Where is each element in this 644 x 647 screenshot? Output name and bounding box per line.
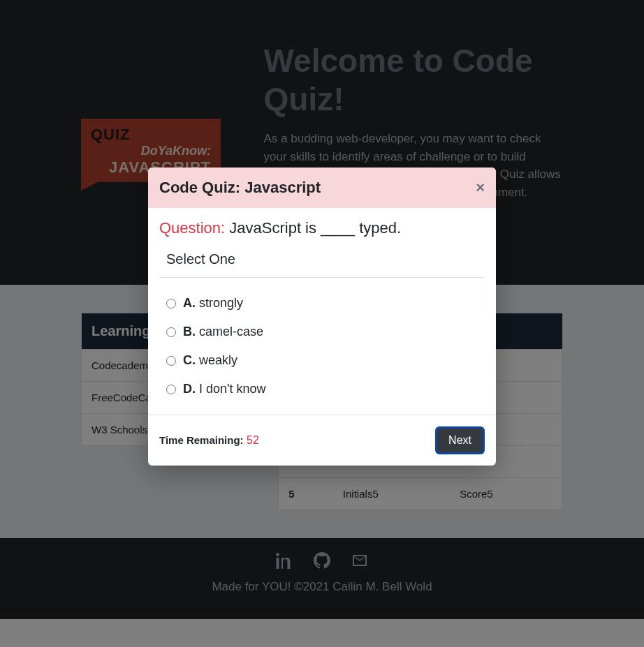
modal-title: Code Quiz: Javascript	[159, 179, 321, 197]
radio-d[interactable]	[166, 385, 176, 394]
next-button[interactable]: Next	[435, 426, 485, 454]
select-one-label: Select One	[159, 251, 485, 273]
question-line: Question: JavaScript is ____ typed.	[159, 219, 485, 237]
option-d[interactable]: D. I don't know	[159, 375, 485, 403]
modal-footer: Time Remaining: 52 Next	[148, 415, 496, 466]
time-value: 52	[247, 434, 259, 446]
radio-c[interactable]	[166, 356, 176, 366]
radio-a[interactable]	[166, 299, 176, 308]
option-text: strongly	[199, 296, 243, 310]
option-text: camel-case	[199, 325, 263, 339]
option-letter: B.	[183, 325, 196, 339]
close-icon[interactable]: ×	[476, 179, 485, 197]
option-letter: C.	[183, 353, 196, 367]
radio-b[interactable]	[166, 327, 176, 337]
option-a[interactable]: A. strongly	[159, 289, 485, 318]
time-remaining: Time Remaining: 52	[159, 434, 259, 447]
question-label: Question:	[159, 219, 225, 237]
option-text: I don't know	[199, 382, 266, 396]
question-text: JavaScript is ____ typed.	[229, 219, 401, 237]
divider	[159, 277, 485, 278]
option-text: weakly	[199, 353, 237, 367]
option-letter: A.	[183, 296, 196, 310]
option-c[interactable]: C. weakly	[159, 346, 485, 375]
option-b[interactable]: B. camel-case	[159, 318, 485, 346]
quiz-modal: Code Quiz: Javascript × Question: JavaSc…	[148, 168, 496, 466]
modal-overlay[interactable]: Code Quiz: Javascript × Question: JavaSc…	[0, 0, 644, 619]
option-letter: D.	[183, 382, 196, 396]
time-label: Time Remaining:	[159, 434, 244, 446]
modal-header: Code Quiz: Javascript ×	[148, 168, 496, 208]
